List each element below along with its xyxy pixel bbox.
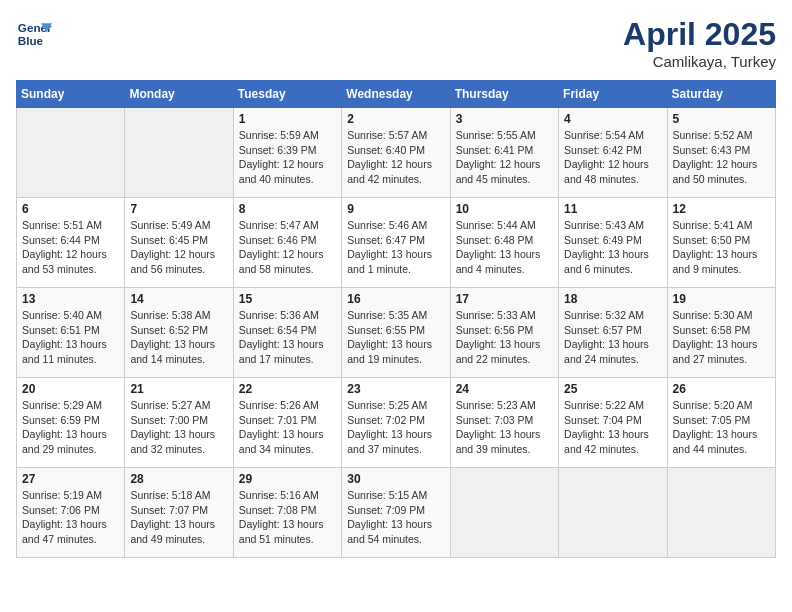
calendar-day-cell: 9Sunrise: 5:46 AM Sunset: 6:47 PM Daylig…	[342, 198, 450, 288]
day-info: Sunrise: 5:52 AM Sunset: 6:43 PM Dayligh…	[673, 128, 770, 187]
calendar-week-row: 27Sunrise: 5:19 AM Sunset: 7:06 PM Dayli…	[17, 468, 776, 558]
title-block: April 2025 Camlikaya, Turkey	[623, 16, 776, 70]
day-number: 11	[564, 202, 661, 216]
day-number: 12	[673, 202, 770, 216]
day-info: Sunrise: 5:54 AM Sunset: 6:42 PM Dayligh…	[564, 128, 661, 187]
day-info: Sunrise: 5:33 AM Sunset: 6:56 PM Dayligh…	[456, 308, 553, 367]
calendar-day-cell: 5Sunrise: 5:52 AM Sunset: 6:43 PM Daylig…	[667, 108, 775, 198]
day-number: 13	[22, 292, 119, 306]
day-info: Sunrise: 5:40 AM Sunset: 6:51 PM Dayligh…	[22, 308, 119, 367]
day-info: Sunrise: 5:26 AM Sunset: 7:01 PM Dayligh…	[239, 398, 336, 457]
calendar-day-cell	[667, 468, 775, 558]
location-subtitle: Camlikaya, Turkey	[623, 53, 776, 70]
calendar-week-row: 6Sunrise: 5:51 AM Sunset: 6:44 PM Daylig…	[17, 198, 776, 288]
day-number: 8	[239, 202, 336, 216]
calendar-body: 1Sunrise: 5:59 AM Sunset: 6:39 PM Daylig…	[17, 108, 776, 558]
logo-icon: General Blue	[16, 16, 52, 52]
day-info: Sunrise: 5:41 AM Sunset: 6:50 PM Dayligh…	[673, 218, 770, 277]
day-info: Sunrise: 5:22 AM Sunset: 7:04 PM Dayligh…	[564, 398, 661, 457]
day-number: 22	[239, 382, 336, 396]
calendar-day-cell: 8Sunrise: 5:47 AM Sunset: 6:46 PM Daylig…	[233, 198, 341, 288]
day-info: Sunrise: 5:35 AM Sunset: 6:55 PM Dayligh…	[347, 308, 444, 367]
month-title: April 2025	[623, 16, 776, 53]
weekday-header-cell: Thursday	[450, 81, 558, 108]
day-number: 9	[347, 202, 444, 216]
page-header: General Blue April 2025 Camlikaya, Turke…	[16, 16, 776, 70]
calendar-day-cell: 10Sunrise: 5:44 AM Sunset: 6:48 PM Dayli…	[450, 198, 558, 288]
calendar-day-cell: 11Sunrise: 5:43 AM Sunset: 6:49 PM Dayli…	[559, 198, 667, 288]
day-number: 10	[456, 202, 553, 216]
day-number: 18	[564, 292, 661, 306]
calendar-day-cell: 18Sunrise: 5:32 AM Sunset: 6:57 PM Dayli…	[559, 288, 667, 378]
svg-text:Blue: Blue	[18, 34, 44, 47]
calendar-day-cell: 22Sunrise: 5:26 AM Sunset: 7:01 PM Dayli…	[233, 378, 341, 468]
day-info: Sunrise: 5:19 AM Sunset: 7:06 PM Dayligh…	[22, 488, 119, 547]
calendar-day-cell: 27Sunrise: 5:19 AM Sunset: 7:06 PM Dayli…	[17, 468, 125, 558]
calendar-day-cell: 4Sunrise: 5:54 AM Sunset: 6:42 PM Daylig…	[559, 108, 667, 198]
day-info: Sunrise: 5:25 AM Sunset: 7:02 PM Dayligh…	[347, 398, 444, 457]
day-number: 29	[239, 472, 336, 486]
day-number: 24	[456, 382, 553, 396]
calendar-day-cell: 23Sunrise: 5:25 AM Sunset: 7:02 PM Dayli…	[342, 378, 450, 468]
calendar-day-cell: 29Sunrise: 5:16 AM Sunset: 7:08 PM Dayli…	[233, 468, 341, 558]
day-number: 30	[347, 472, 444, 486]
day-number: 1	[239, 112, 336, 126]
day-number: 16	[347, 292, 444, 306]
calendar-day-cell: 3Sunrise: 5:55 AM Sunset: 6:41 PM Daylig…	[450, 108, 558, 198]
day-number: 15	[239, 292, 336, 306]
calendar-day-cell: 7Sunrise: 5:49 AM Sunset: 6:45 PM Daylig…	[125, 198, 233, 288]
calendar-day-cell: 20Sunrise: 5:29 AM Sunset: 6:59 PM Dayli…	[17, 378, 125, 468]
weekday-header-cell: Saturday	[667, 81, 775, 108]
weekday-header-cell: Friday	[559, 81, 667, 108]
calendar-day-cell: 17Sunrise: 5:33 AM Sunset: 6:56 PM Dayli…	[450, 288, 558, 378]
day-info: Sunrise: 5:51 AM Sunset: 6:44 PM Dayligh…	[22, 218, 119, 277]
day-number: 2	[347, 112, 444, 126]
day-number: 5	[673, 112, 770, 126]
day-number: 6	[22, 202, 119, 216]
day-number: 21	[130, 382, 227, 396]
day-info: Sunrise: 5:43 AM Sunset: 6:49 PM Dayligh…	[564, 218, 661, 277]
day-info: Sunrise: 5:59 AM Sunset: 6:39 PM Dayligh…	[239, 128, 336, 187]
calendar-table: SundayMondayTuesdayWednesdayThursdayFrid…	[16, 80, 776, 558]
calendar-week-row: 20Sunrise: 5:29 AM Sunset: 6:59 PM Dayli…	[17, 378, 776, 468]
day-info: Sunrise: 5:23 AM Sunset: 7:03 PM Dayligh…	[456, 398, 553, 457]
weekday-header-cell: Sunday	[17, 81, 125, 108]
calendar-day-cell: 19Sunrise: 5:30 AM Sunset: 6:58 PM Dayli…	[667, 288, 775, 378]
day-info: Sunrise: 5:18 AM Sunset: 7:07 PM Dayligh…	[130, 488, 227, 547]
day-info: Sunrise: 5:38 AM Sunset: 6:52 PM Dayligh…	[130, 308, 227, 367]
weekday-header-cell: Wednesday	[342, 81, 450, 108]
day-number: 3	[456, 112, 553, 126]
calendar-day-cell: 14Sunrise: 5:38 AM Sunset: 6:52 PM Dayli…	[125, 288, 233, 378]
calendar-week-row: 1Sunrise: 5:59 AM Sunset: 6:39 PM Daylig…	[17, 108, 776, 198]
calendar-week-row: 13Sunrise: 5:40 AM Sunset: 6:51 PM Dayli…	[17, 288, 776, 378]
calendar-day-cell: 24Sunrise: 5:23 AM Sunset: 7:03 PM Dayli…	[450, 378, 558, 468]
day-number: 28	[130, 472, 227, 486]
day-number: 23	[347, 382, 444, 396]
weekday-header-row: SundayMondayTuesdayWednesdayThursdayFrid…	[17, 81, 776, 108]
day-number: 27	[22, 472, 119, 486]
calendar-day-cell: 28Sunrise: 5:18 AM Sunset: 7:07 PM Dayli…	[125, 468, 233, 558]
day-number: 25	[564, 382, 661, 396]
day-info: Sunrise: 5:47 AM Sunset: 6:46 PM Dayligh…	[239, 218, 336, 277]
day-info: Sunrise: 5:20 AM Sunset: 7:05 PM Dayligh…	[673, 398, 770, 457]
calendar-day-cell: 15Sunrise: 5:36 AM Sunset: 6:54 PM Dayli…	[233, 288, 341, 378]
day-info: Sunrise: 5:55 AM Sunset: 6:41 PM Dayligh…	[456, 128, 553, 187]
calendar-day-cell: 1Sunrise: 5:59 AM Sunset: 6:39 PM Daylig…	[233, 108, 341, 198]
day-number: 7	[130, 202, 227, 216]
calendar-day-cell: 30Sunrise: 5:15 AM Sunset: 7:09 PM Dayli…	[342, 468, 450, 558]
day-number: 4	[564, 112, 661, 126]
weekday-header-cell: Tuesday	[233, 81, 341, 108]
day-number: 17	[456, 292, 553, 306]
day-info: Sunrise: 5:36 AM Sunset: 6:54 PM Dayligh…	[239, 308, 336, 367]
day-number: 19	[673, 292, 770, 306]
calendar-day-cell: 13Sunrise: 5:40 AM Sunset: 6:51 PM Dayli…	[17, 288, 125, 378]
day-info: Sunrise: 5:29 AM Sunset: 6:59 PM Dayligh…	[22, 398, 119, 457]
day-info: Sunrise: 5:16 AM Sunset: 7:08 PM Dayligh…	[239, 488, 336, 547]
day-number: 20	[22, 382, 119, 396]
day-info: Sunrise: 5:46 AM Sunset: 6:47 PM Dayligh…	[347, 218, 444, 277]
calendar-day-cell: 2Sunrise: 5:57 AM Sunset: 6:40 PM Daylig…	[342, 108, 450, 198]
calendar-day-cell: 26Sunrise: 5:20 AM Sunset: 7:05 PM Dayli…	[667, 378, 775, 468]
calendar-day-cell	[17, 108, 125, 198]
day-info: Sunrise: 5:15 AM Sunset: 7:09 PM Dayligh…	[347, 488, 444, 547]
calendar-day-cell: 21Sunrise: 5:27 AM Sunset: 7:00 PM Dayli…	[125, 378, 233, 468]
